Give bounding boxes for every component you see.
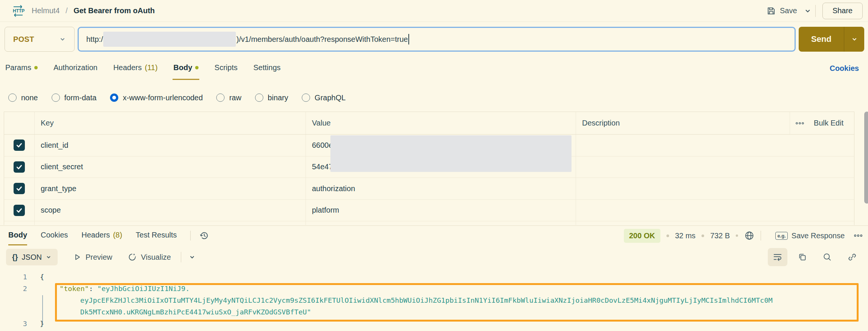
key-cell[interactable]: client_id xyxy=(34,135,306,156)
breadcrumb-collection[interactable]: Helmut4 xyxy=(32,6,60,15)
format-dropdown-label: JSON xyxy=(22,253,42,262)
cookies-link[interactable]: Cookies xyxy=(830,57,859,80)
radio-graphql[interactable] xyxy=(302,93,310,102)
select-all-cell xyxy=(4,112,34,134)
response-tab-body[interactable]: Body xyxy=(8,226,27,245)
share-button[interactable]: Share xyxy=(822,3,863,19)
copy-icon[interactable] xyxy=(793,248,812,266)
search-icon[interactable] xyxy=(818,248,837,266)
share-button-label: Share xyxy=(833,6,853,15)
radio-none[interactable] xyxy=(8,93,17,102)
link-icon[interactable] xyxy=(842,248,862,266)
save-button-label: Save xyxy=(780,6,797,15)
method-selector[interactable]: POST xyxy=(5,27,75,52)
tab-body-label: Body xyxy=(173,63,192,72)
radio-x-www-form-urlencoded[interactable] xyxy=(110,93,118,102)
code-line-2-wrap-1: eyJpcEFkZHJlc3MiOiIxOTIuMTY4LjEyMy4yNTQi… xyxy=(0,294,868,306)
response-more-options-icon[interactable] xyxy=(854,234,863,237)
wrap-text-icon[interactable] xyxy=(768,248,787,266)
preview-icon xyxy=(73,253,82,262)
status-badge[interactable]: 200 OK xyxy=(624,229,660,243)
checkbox-client-secret[interactable] xyxy=(14,161,25,173)
column-header-key: Key xyxy=(34,112,306,134)
key-cell[interactable]: scope xyxy=(34,200,306,221)
visualize-button[interactable]: Visualize xyxy=(127,252,171,262)
description-cell[interactable] xyxy=(576,156,854,178)
send-options-chevron[interactable] xyxy=(844,27,864,52)
request-bar: POST http:/)/v1/members/auth/oauth?respo… xyxy=(0,26,868,52)
network-globe-icon[interactable] xyxy=(744,230,755,241)
tab-scripts[interactable]: Scripts xyxy=(214,57,238,80)
save-response-button[interactable]: e.g. Save Response xyxy=(775,231,845,240)
value-cell[interactable]: authorization xyxy=(306,178,576,199)
body-modified-dot xyxy=(195,66,199,69)
tab-settings[interactable]: Settings xyxy=(252,57,281,80)
meta-separator-dot xyxy=(701,234,704,237)
svg-text:HTTP: HTTP xyxy=(13,8,24,14)
mode-form-data[interactable]: form-data xyxy=(52,93,97,102)
key-cell[interactable]: grant_type xyxy=(34,178,306,199)
response-history-icon[interactable] xyxy=(199,230,209,241)
more-options-icon[interactable] xyxy=(796,122,804,125)
tab-headers[interactable]: Headers (11) xyxy=(113,57,159,80)
save-button[interactable]: Save xyxy=(763,4,800,18)
response-meta: 200 OK 32 ms 732 B e.g. Save Response xyxy=(624,226,863,245)
mode-binary[interactable]: binary xyxy=(255,93,288,102)
radio-binary[interactable] xyxy=(255,93,263,102)
tab-authorization[interactable]: Authorization xyxy=(53,57,98,80)
tab-params[interactable]: Params xyxy=(5,57,38,80)
mode-none[interactable]: none xyxy=(8,93,38,102)
checkbox-grant-type[interactable] xyxy=(14,183,25,194)
meta-separator-dot xyxy=(736,234,738,237)
mode-binary-label: binary xyxy=(268,93,288,102)
description-cell[interactable] xyxy=(576,200,854,221)
response-section: Body Cookies Headers (8) Test Results 20… xyxy=(0,225,868,331)
response-tabs: Body Cookies Headers (8) Test Results 20… xyxy=(0,226,868,245)
send-button[interactable]: Send xyxy=(799,27,864,52)
bulk-edit-button[interactable]: Bulk Edit xyxy=(790,112,851,134)
line-number: 1 xyxy=(0,273,27,281)
format-dropdown[interactable]: {} JSON xyxy=(6,249,58,265)
table-row-grant-type: grant_type authorization xyxy=(4,178,854,200)
viewer-options-chevron[interactable] xyxy=(189,254,196,261)
url-input[interactable]: http:/)/v1/members/auth/oauth?responseWi… xyxy=(78,27,796,52)
description-cell[interactable] xyxy=(576,135,854,156)
bulk-edit-label: Bulk Edit xyxy=(814,119,844,127)
line-number: 2 xyxy=(0,285,27,293)
save-icon xyxy=(766,6,776,16)
description-cell[interactable] xyxy=(576,178,854,199)
radio-raw[interactable] xyxy=(216,93,225,102)
key-cell[interactable]: client_secret xyxy=(34,156,306,178)
preview-button[interactable]: Preview xyxy=(73,253,112,262)
mode-graphql[interactable]: GraphQL xyxy=(302,93,345,102)
response-tab-test-results[interactable]: Test Results xyxy=(136,226,177,245)
response-tab-headers[interactable]: Headers (8) xyxy=(81,226,122,245)
response-time[interactable]: 32 ms xyxy=(675,231,695,240)
example-icon: e.g. xyxy=(775,232,787,240)
response-size[interactable]: 732 B xyxy=(710,231,730,240)
value-cell[interactable]: platform xyxy=(306,200,576,221)
save-options-chevron[interactable] xyxy=(804,7,811,15)
tab-authorization-label: Authorization xyxy=(53,63,98,72)
radio-form-data[interactable] xyxy=(52,93,60,102)
checkbox-client-id[interactable] xyxy=(14,139,25,151)
close-brace: } xyxy=(27,320,44,328)
vertical-scrollbar[interactable] xyxy=(864,112,868,204)
column-header-value: Value xyxy=(306,112,576,134)
response-tab-body-label: Body xyxy=(8,231,27,239)
breadcrumb: Helmut4 / Get Bearer from oAuth xyxy=(32,6,155,15)
response-tab-cookies[interactable]: Cookies xyxy=(41,226,68,245)
mode-none-label: none xyxy=(21,93,38,102)
code-line-2: 2 "token": "eyJhbGciOiJIUzI1NiJ9. xyxy=(0,283,868,294)
send-button-label: Send xyxy=(799,27,844,52)
response-tabs-divider xyxy=(190,231,191,241)
mode-x-www-form-urlencoded[interactable]: x-www-form-urlencoded xyxy=(110,93,203,102)
visualize-icon xyxy=(127,252,137,262)
tab-body[interactable]: Body xyxy=(173,57,199,80)
headers-count: (11) xyxy=(145,63,157,72)
response-tab-headers-label: Headers xyxy=(81,231,110,239)
url-prefix: http:/ xyxy=(86,35,103,44)
checkbox-scope[interactable] xyxy=(14,205,25,216)
mode-raw[interactable]: raw xyxy=(216,93,241,102)
line-number: 3 xyxy=(0,320,27,328)
